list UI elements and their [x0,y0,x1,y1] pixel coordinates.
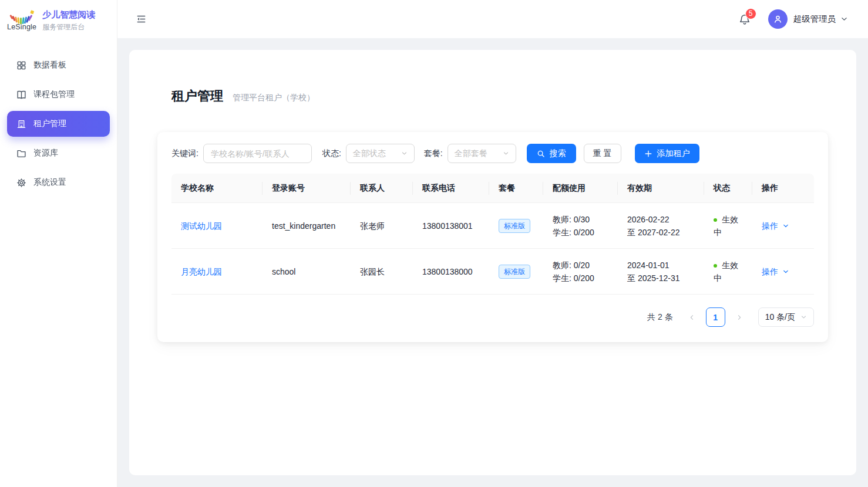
quota-student: 学生: 0/200 [553,226,608,239]
column-header: 联系电话 [413,174,489,203]
plan-label: 套餐: [424,148,443,159]
reset-button[interactable]: 重 置 [584,144,621,163]
cell-school: 测试幼儿园 [171,203,263,249]
page-size-value: 10 条/页 [765,312,795,323]
status-badge: 生效中 [714,215,738,237]
quota-student: 学生: 0/200 [553,272,608,285]
plan-select-value: 全部套餐 [455,148,487,159]
keyword-label: 关键词: [171,148,199,159]
column-header: 套餐 [489,174,543,203]
page-subtitle: 管理平台租户（学校） [233,93,315,103]
user-menu-chevron-icon[interactable] [840,15,848,23]
cell-status: 生效中 [704,203,752,249]
plan-tag: 标准版 [499,265,530,279]
row-action-button[interactable]: 操作 [762,219,789,232]
valid-to: 至 2027-02-22 [627,226,695,239]
cell-plan: 标准版 [489,249,543,295]
sidebar-menu: 数据看板课程包管理租户管理资源库系统设置 [0,41,117,207]
sidebar-item-label: 租户管理 [33,119,66,129]
gear-icon [16,178,26,188]
school-link[interactable]: 月亮幼儿园 [181,267,222,276]
plus-icon [644,150,652,158]
notification-badge: 5 [745,8,756,19]
top-header: 5 超级管理员 [117,0,868,38]
sidebar-item-dashboard[interactable]: 数据看板 [7,52,110,78]
sidebar-item-label: 课程包管理 [33,89,75,100]
status-badge: 生效中 [714,261,738,283]
status-select[interactable]: 全部状态 [346,144,415,163]
sidebar-item-tenants[interactable]: 租户管理 [7,111,110,137]
sidebar: LeSingle 少儿智慧阅读 服务管理后台 数据看板课程包管理租户管理资源库系… [0,0,117,487]
column-header: 状态 [704,174,752,203]
chevron-down-icon [800,314,807,320]
table-row: 测试幼儿园test_kindergarten张老师13800138001标准版教… [171,203,814,249]
chevron-down-icon [401,150,408,157]
menu-fold-icon[interactable] [136,14,146,24]
building-icon [16,119,26,129]
pagination: 共 2 条 1 10 条/页 [171,307,814,327]
valid-from: 2026-02-22 [627,213,695,226]
table-row: 月亮幼儿园school张园长13800138000标准版教师: 0/20学生: … [171,249,814,295]
avatar[interactable] [768,9,788,29]
page-size-select[interactable]: 10 条/页 [758,307,814,327]
cell-account: school [263,249,351,295]
column-header: 操作 [752,174,814,203]
sidebar-item-settings[interactable]: 系统设置 [7,170,110,195]
status-label: 状态: [322,148,341,159]
main-content: 租户管理 管理平台租户（学校） 关键词: 状态: 全部状态 套餐: 全部套餐 [117,38,868,487]
chevron-down-icon [782,222,789,229]
page-title: 租户管理 [171,87,223,105]
filter-bar: 关键词: 状态: 全部状态 套餐: 全部套餐 搜索 重 置 [171,144,814,163]
book-icon [16,90,26,100]
tenant-table: 学校名称登录账号联系人联系电话套餐配额使用有效期状态操作 测试幼儿园test_k… [171,174,814,295]
pagination-total: 共 2 条 [647,312,673,323]
next-page-icon[interactable] [730,308,749,327]
page-card: 租户管理 管理平台租户（学校） 关键词: 状态: 全部状态 套餐: 全部套餐 [129,50,856,475]
brand-subtitle: 服务管理后台 [42,22,95,32]
cell-plan: 标准版 [489,203,543,249]
column-header: 有效期 [618,174,704,203]
cell-quota: 教师: 0/20学生: 0/200 [543,249,618,295]
sidebar-item-label: 系统设置 [33,177,66,188]
chevron-down-icon [503,150,509,157]
cell-status: 生效中 [704,249,752,295]
cell-action: 操作 [752,249,814,295]
keyword-input[interactable] [203,144,312,163]
brand-logo: LeSingle [7,10,36,31]
column-header: 登录账号 [263,174,351,203]
brand-title: 少儿智慧阅读 [42,9,95,21]
row-action-label: 操作 [762,219,778,232]
add-tenant-button[interactable]: 添加租户 [635,144,699,163]
school-link[interactable]: 测试幼儿园 [181,221,222,231]
cell-contact: 张园长 [351,249,413,295]
sidebar-item-label: 资源库 [33,148,58,158]
plan-select[interactable]: 全部套餐 [448,144,516,163]
sidebar-item-resources[interactable]: 资源库 [7,140,110,166]
cell-account: test_kindergarten [263,203,351,249]
cell-phone: 13800138001 [413,203,489,249]
plan-tag: 标准版 [499,219,530,233]
search-icon [537,150,545,158]
cell-quota: 教师: 0/30学生: 0/200 [543,203,618,249]
column-header: 配额使用 [543,174,618,203]
page-number-1[interactable]: 1 [706,307,725,327]
status-select-value: 全部状态 [353,148,386,159]
prev-page-icon[interactable] [682,308,701,327]
tenant-panel: 关键词: 状态: 全部状态 套餐: 全部套餐 搜索 重 置 [157,132,828,342]
cell-phone: 13800138000 [413,249,489,295]
page-head: 租户管理 管理平台租户（学校） [157,87,828,105]
folder-icon [16,148,26,158]
sidebar-item-course-packages[interactable]: 课程包管理 [7,82,110,107]
notification-bell[interactable]: 5 [739,13,751,25]
user-icon [773,14,783,24]
reset-button-label: 重 置 [593,148,612,159]
cell-validity: 2026-02-22至 2027-02-22 [618,203,704,249]
quota-teacher: 教师: 0/20 [553,259,608,272]
search-button[interactable]: 搜索 [527,144,576,163]
row-action-label: 操作 [762,265,778,278]
user-name[interactable]: 超级管理员 [793,13,836,25]
add-tenant-button-label: 添加租户 [657,148,690,159]
cell-school: 月亮幼儿园 [171,249,263,295]
row-action-button[interactable]: 操作 [762,265,789,278]
table-body: 测试幼儿园test_kindergarten张老师13800138001标准版教… [171,203,814,295]
